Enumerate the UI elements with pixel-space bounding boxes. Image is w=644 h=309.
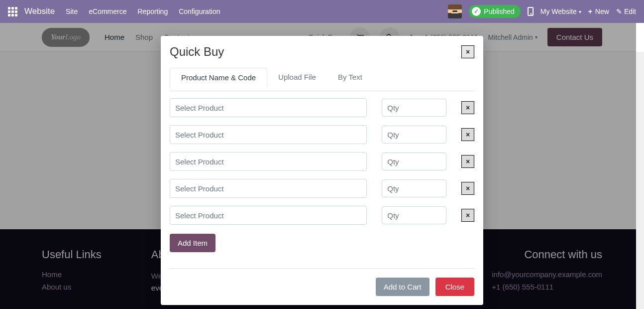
- close-icon: ×: [466, 157, 470, 165]
- modal-title: Quick Buy: [170, 45, 224, 59]
- product-input[interactable]: [170, 152, 367, 171]
- tab-divider: [170, 91, 474, 91]
- add-to-cart-button[interactable]: Add to Cart: [376, 278, 429, 296]
- close-icon: ×: [466, 184, 470, 192]
- scrollbar-track[interactable]: [636, 0, 644, 309]
- remove-row-button[interactable]: ×: [461, 209, 474, 222]
- remove-row-button[interactable]: ×: [461, 101, 474, 114]
- modal-close-x[interactable]: ×: [461, 45, 474, 58]
- remove-row-button[interactable]: ×: [461, 182, 474, 195]
- product-row: ×: [170, 152, 474, 171]
- add-item-button[interactable]: Add Item: [170, 234, 215, 252]
- published-toggle[interactable]: ✓ Published: [469, 5, 521, 18]
- website-switcher-label: My Website: [540, 7, 577, 15]
- edit-label: Edit: [624, 7, 636, 15]
- tab-product-name-code[interactable]: Product Name & Code: [170, 68, 267, 87]
- remove-row-button[interactable]: ×: [461, 155, 474, 168]
- qty-input[interactable]: [382, 153, 446, 170]
- modal-footer: Add to Cart Close: [170, 268, 474, 296]
- check-icon: ✓: [472, 7, 481, 16]
- product-row: ×: [170, 125, 474, 144]
- close-icon: ×: [466, 104, 470, 112]
- menu-reporting[interactable]: Reporting: [137, 7, 168, 15]
- tab-upload-file[interactable]: Upload File: [267, 68, 327, 87]
- caret-down-icon: ▾: [579, 9, 581, 14]
- plus-icon: +: [588, 7, 592, 15]
- menu-site[interactable]: Site: [66, 7, 78, 15]
- menu-configuration[interactable]: Configuration: [179, 7, 220, 15]
- product-input[interactable]: [170, 125, 367, 144]
- product-row: ×: [170, 206, 474, 225]
- quick-buy-modal: Quick Buy × Product Name & Code Upload F…: [161, 36, 483, 305]
- tab-by-text[interactable]: By Text: [327, 68, 373, 87]
- remove-row-button[interactable]: ×: [461, 128, 474, 141]
- pencil-icon: ✎: [616, 7, 622, 15]
- close-icon: ×: [466, 48, 470, 56]
- product-row: ×: [170, 179, 474, 198]
- qty-input[interactable]: [382, 206, 446, 224]
- close-button[interactable]: Close: [435, 278, 474, 296]
- app-brand[interactable]: Website: [24, 6, 55, 16]
- close-icon: ×: [466, 211, 470, 219]
- product-input[interactable]: [170, 98, 367, 117]
- qty-input[interactable]: [382, 126, 446, 144]
- apps-icon[interactable]: [8, 7, 17, 16]
- close-icon: ×: [466, 131, 470, 139]
- edit-button[interactable]: ✎ Edit: [616, 7, 636, 15]
- product-rows: ×××××: [170, 98, 474, 225]
- app-navbar: Website Site eCommerce Reporting Configu…: [0, 0, 644, 23]
- modal-overlay[interactable]: Quick Buy × Product Name & Code Upload F…: [0, 23, 644, 309]
- product-input[interactable]: [170, 179, 367, 198]
- website-switcher[interactable]: My Website ▾: [540, 7, 581, 15]
- menu-ecommerce[interactable]: eCommerce: [89, 7, 126, 15]
- product-input[interactable]: [170, 206, 367, 225]
- mobile-preview-icon[interactable]: [528, 7, 534, 16]
- avatar[interactable]: [448, 4, 462, 18]
- new-button[interactable]: + New: [588, 7, 609, 15]
- app-menu: Site eCommerce Reporting Configuration: [66, 7, 220, 15]
- qty-input[interactable]: [382, 99, 446, 117]
- qty-input[interactable]: [382, 179, 446, 197]
- product-row: ×: [170, 98, 474, 117]
- new-label: New: [595, 7, 609, 15]
- published-label: Published: [484, 7, 515, 15]
- modal-tabs: Product Name & Code Upload File By Text: [170, 68, 474, 87]
